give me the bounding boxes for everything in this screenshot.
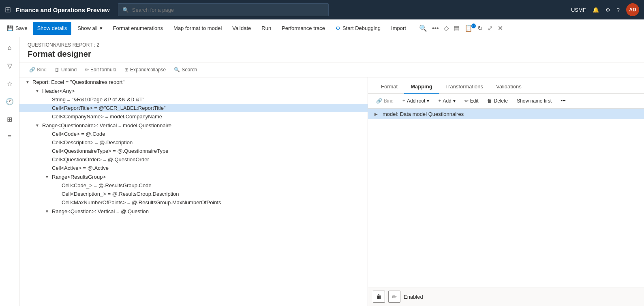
notification-icon[interactable]: 🔔: [593, 7, 599, 13]
sidebar-grid-icon[interactable]: ⊞: [2, 112, 17, 126]
mapping-more-button[interactable]: •••: [557, 95, 569, 107]
search-button[interactable]: 🔍 Search: [171, 64, 200, 75]
tree-item[interactable]: Cell<MaxNumberOfPoints> = @.ResultsGroup…: [19, 198, 368, 207]
toolbar-refresh-icon[interactable]: ↻: [476, 24, 484, 32]
save-icon: 💾: [7, 25, 13, 31]
delete-icon-button[interactable]: 🗑: [373, 291, 385, 303]
mapping-tree: ▶ model: Data model Questionnaires: [368, 109, 644, 287]
tree-item[interactable]: Cell<Description_> = @.ResultsGroup.Desc…: [19, 190, 368, 198]
mapping-toolbar: 🔗 Bind + Add root ▾ + Add ▾ ✏: [368, 94, 644, 109]
validate-button[interactable]: Validate: [228, 22, 255, 35]
link-icon: 🔗: [29, 67, 35, 73]
global-search-input[interactable]: [132, 7, 324, 13]
mapping-edit-button[interactable]: ✏ Edit: [461, 95, 482, 107]
tree-item-label: Cell<CompanyName> = model.CompanyName: [52, 113, 162, 120]
bind-button[interactable]: 🔗 Bind: [26, 64, 50, 75]
tree-item[interactable]: Cell<Description> = @.Description: [19, 138, 368, 147]
edit-formula-button[interactable]: ✏ Edit formula: [81, 64, 120, 75]
tree-item[interactable]: ▼Range<Questionnaire>: Vertical = model.…: [19, 121, 368, 130]
import-button[interactable]: Import: [387, 22, 411, 35]
tree-toggle[interactable]: ▼: [44, 173, 50, 180]
toolbar-ellipsis[interactable]: •••: [430, 25, 441, 32]
sidebar-home-icon[interactable]: ⌂: [2, 41, 17, 55]
toolbar-more-icon[interactable]: 🔍: [417, 24, 429, 32]
plus-icon-add: +: [438, 98, 441, 104]
tab-format[interactable]: Format: [374, 80, 404, 94]
tree-item[interactable]: ▼Report: Excel = "Questionnaires report": [19, 77, 368, 86]
tree-toggle-root[interactable]: ▶: [373, 111, 379, 117]
mapping-add-button[interactable]: + Add ▾: [435, 95, 458, 107]
save-button[interactable]: 💾 Save: [3, 22, 31, 35]
tree-toggle[interactable]: ▼: [24, 79, 31, 85]
tree-item[interactable]: Cell<Active> = @.Active: [19, 164, 368, 172]
grid-icon[interactable]: ⊞: [5, 5, 11, 14]
toolbar-close-icon[interactable]: ✕: [496, 24, 505, 32]
sidebar-star-icon[interactable]: ☆: [2, 76, 17, 91]
app-title: Finance and Operations Preview: [16, 6, 110, 13]
tree-item[interactable]: Cell<QuestionnaireType> = @.Questionnair…: [19, 147, 368, 155]
mapping-show-name-first-button[interactable]: Show name first: [513, 95, 555, 107]
map-format-to-model-button[interactable]: Map format to model: [169, 22, 226, 35]
tree-item[interactable]: ▼Range<Question>: Vertical = @.Question: [19, 207, 368, 216]
debug-icon: ⚙: [336, 25, 340, 31]
unbind-button[interactable]: 🗑 Unbind: [51, 64, 80, 75]
tree-item[interactable]: Cell<Code> = @.Code: [19, 130, 368, 138]
start-debugging-button[interactable]: ⚙ Start Debugging: [331, 22, 385, 35]
sidebar-icons: ⌂ ▽ ☆ 🕐 ⊞ ≡: [0, 37, 19, 306]
chevron-add: ▾: [453, 98, 456, 104]
tree-item[interactable]: Cell<QuestionOrder> = @.QuestionOrder: [19, 155, 368, 164]
mapping-delete-button[interactable]: 🗑 Delete: [484, 95, 511, 107]
top-navigation: ⊞ Finance and Operations Preview 🔍 USMF …: [0, 0, 644, 19]
toolbar-expand-icon[interactable]: ⤢: [486, 24, 494, 32]
tree-item[interactable]: ▼Range<ResultsGroup>: [19, 172, 368, 181]
show-all-button[interactable]: Show all ▾: [73, 22, 107, 35]
page-title: Format designer: [28, 49, 636, 59]
sidebar-filter-icon[interactable]: ▽: [2, 58, 17, 73]
mapping-bind-button[interactable]: 🔗 Bind: [373, 95, 397, 107]
avatar[interactable]: AD: [626, 3, 639, 16]
sidebar-list-icon[interactable]: ≡: [2, 130, 17, 144]
tab-validations[interactable]: Validations: [490, 80, 528, 94]
sub-toolbar: 🔗 Bind 🗑 Unbind ✏ Edit formula ⊞ Expand/…: [19, 62, 644, 77]
mapping-tree-item-root[interactable]: ▶ model: Data model Questionnaires: [368, 109, 644, 119]
link-icon-map: 🔗: [376, 98, 382, 104]
edit-icon-button[interactable]: ✏: [388, 291, 400, 303]
tree-toggle[interactable]: ▼: [44, 208, 50, 214]
tree-item[interactable]: Cell<CompanyName> = model.CompanyName: [19, 112, 368, 121]
mapping-add-root-button[interactable]: + Add root ▾: [399, 95, 432, 107]
performance-trace-button[interactable]: Performance trace: [277, 22, 329, 35]
expand-collapse-button[interactable]: ⊞ Expand/collapse: [121, 64, 169, 75]
tree-toggle[interactable]: ▼: [34, 88, 41, 94]
content-area: QUESTIONNAIRES REPORT : 2 Format designe…: [19, 37, 644, 306]
tree-item-label: Report: Excel = "Questionnaires report": [32, 79, 124, 85]
settings-icon[interactable]: ⚙: [605, 7, 610, 13]
tree-toggle[interactable]: ▼: [34, 122, 41, 128]
global-search-bar[interactable]: 🔍: [118, 3, 329, 16]
toolbar-diamond-icon[interactable]: ◇: [442, 24, 450, 32]
sidebar-recent-icon[interactable]: 🕐: [2, 94, 17, 109]
tree-item-label: Cell<Code> = @.Code: [52, 131, 105, 137]
help-icon[interactable]: ?: [617, 7, 620, 13]
status-label: Enabled: [404, 294, 423, 300]
tree-item[interactable]: String = "&R&10Page &P of &N &D &T": [19, 95, 368, 104]
main-toolbar: 💾 Save Show details Show all ▾ Format en…: [0, 19, 644, 37]
chevron-down-icon: ▾: [100, 25, 103, 31]
toolbar-badge-icon[interactable]: 📋0: [463, 24, 474, 32]
tree-item[interactable]: Cell<Code_> = @.ResultsGroup.Code: [19, 181, 368, 190]
trash-icon: 🗑: [55, 67, 60, 73]
tab-mapping[interactable]: Mapping: [404, 80, 439, 94]
breadcrumb: QUESTIONNAIRES REPORT : 2: [28, 42, 636, 48]
tree-item[interactable]: Cell<ReportTitle> = @"GER_LABEL:ReportTi…: [19, 104, 368, 112]
tree-item-label: Range<Questionnaire>: Vertical = model.Q…: [42, 122, 171, 128]
format-enumerations-button[interactable]: Format enumerations: [109, 22, 168, 35]
pencil-icon-map: ✏: [464, 98, 469, 104]
tree-item-label: Cell<Code_> = @.ResultsGroup.Code: [62, 182, 152, 188]
toolbar-divider-1: [414, 24, 414, 33]
search-icon-sub: 🔍: [174, 67, 180, 73]
tab-transformations[interactable]: Transformations: [439, 80, 490, 94]
tree-item-label: Range<Question>: Vertical = @.Question: [52, 208, 149, 214]
show-details-button[interactable]: Show details: [33, 22, 72, 35]
toolbar-panel-icon[interactable]: ▤: [452, 24, 461, 32]
tree-item[interactable]: ▼Header<Any>: [19, 86, 368, 95]
run-button[interactable]: Run: [257, 22, 276, 35]
